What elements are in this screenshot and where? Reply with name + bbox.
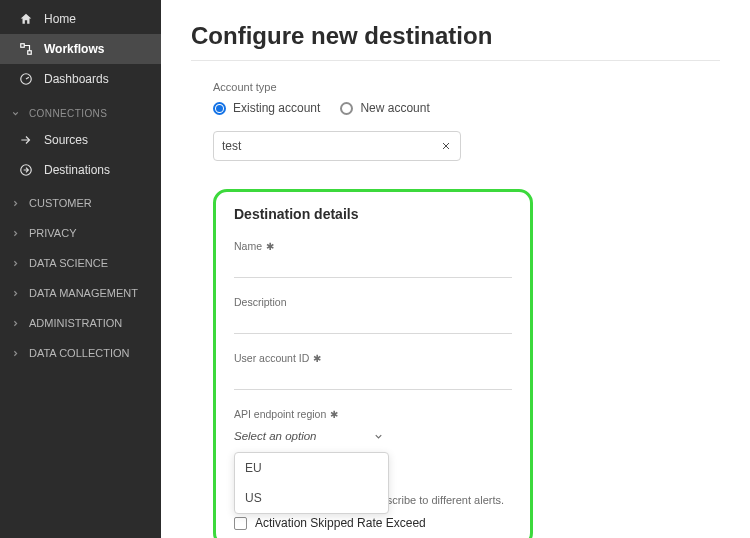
account-type-label: Account type [213, 81, 720, 93]
description-input[interactable] [234, 312, 512, 334]
account-search-input[interactable]: test [213, 131, 461, 161]
home-icon [18, 11, 34, 27]
select-placeholder: Select an option [234, 430, 316, 442]
name-input[interactable] [234, 256, 512, 278]
required-icon: ✱ [330, 409, 338, 420]
sidebar-section-customer[interactable]: CUSTOMER [0, 191, 161, 215]
chevron-right-icon [11, 259, 23, 268]
api-region-select[interactable]: Select an option [234, 424, 384, 448]
user-account-id-label: User account ID ✱ [234, 352, 512, 364]
sidebar-section-administration[interactable]: ADMINISTRATION [0, 311, 161, 335]
divider [191, 60, 720, 61]
radio-dot [340, 102, 353, 115]
sidebar-section-label: ADMINISTRATION [29, 317, 122, 329]
name-label: Name ✱ [234, 240, 512, 252]
api-region-dropdown: EU US [234, 452, 389, 514]
dropdown-option-us[interactable]: US [235, 483, 388, 513]
sidebar-item-label: Workflows [44, 42, 104, 56]
page-title: Configure new destination [191, 22, 720, 50]
sidebar-item-label: Dashboards [44, 72, 109, 86]
sidebar-section-label: DATA SCIENCE [29, 257, 108, 269]
destinations-icon [18, 162, 34, 178]
clear-icon[interactable] [440, 140, 452, 152]
search-value: test [222, 139, 241, 153]
svg-rect-1 [28, 51, 32, 55]
chevron-down-icon [11, 109, 23, 118]
chevron-down-icon [373, 431, 384, 442]
sidebar-item-home[interactable]: Home [0, 4, 161, 34]
chevron-right-icon [11, 349, 23, 358]
sidebar-section-data-management[interactable]: DATA MANAGEMENT [0, 281, 161, 305]
chevron-right-icon [11, 199, 23, 208]
chevron-right-icon [11, 229, 23, 238]
radio-label: New account [360, 101, 429, 115]
svg-rect-0 [21, 44, 25, 48]
sidebar-item-label: Home [44, 12, 76, 26]
sidebar-section-data-science[interactable]: DATA SCIENCE [0, 251, 161, 275]
dashboards-icon [18, 71, 34, 87]
sidebar-item-sources[interactable]: Sources [0, 125, 161, 155]
radio-existing-account[interactable]: Existing account [213, 101, 320, 115]
checkbox-label: Activation Skipped Rate Exceed [255, 516, 426, 530]
api-region-label: API endpoint region ✱ [234, 408, 512, 420]
sidebar-item-workflows[interactable]: Workflows [0, 34, 161, 64]
sidebar-section-label: DATA MANAGEMENT [29, 287, 138, 299]
required-icon: ✱ [313, 353, 321, 364]
chevron-right-icon [11, 319, 23, 328]
dropdown-option-eu[interactable]: EU [235, 453, 388, 483]
sidebar-section-data-collection[interactable]: DATA COLLECTION [0, 341, 161, 365]
account-type-radios: Existing account New account [213, 101, 720, 115]
sidebar-section-connections[interactable]: CONNECTIONS [0, 102, 161, 125]
sidebar-section-privacy[interactable]: PRIVACY [0, 221, 161, 245]
radio-new-account[interactable]: New account [340, 101, 429, 115]
radio-dot [213, 102, 226, 115]
sidebar-section-label: PRIVACY [29, 227, 76, 239]
user-account-id-input[interactable] [234, 368, 512, 390]
card-heading: Destination details [234, 206, 512, 222]
sidebar-item-destinations[interactable]: Destinations [0, 155, 161, 185]
required-icon: ✱ [266, 241, 274, 252]
sidebar-item-label: Destinations [44, 163, 110, 177]
checkbox-box [234, 517, 247, 530]
destination-details-card: Destination details Name ✱ Description U… [213, 189, 533, 538]
sidebar-section-label: CUSTOMER [29, 197, 92, 209]
radio-label: Existing account [233, 101, 320, 115]
sidebar-section-label: DATA COLLECTION [29, 347, 129, 359]
sources-icon [18, 132, 34, 148]
checkbox-activation-skipped[interactable]: Activation Skipped Rate Exceed [234, 516, 512, 530]
sidebar-item-dashboards[interactable]: Dashboards [0, 64, 161, 94]
main-content: Configure new destination Account type E… [161, 0, 750, 538]
sidebar-section-label: CONNECTIONS [29, 108, 107, 119]
chevron-right-icon [11, 289, 23, 298]
workflows-icon [18, 41, 34, 57]
description-label: Description [234, 296, 512, 308]
sidebar: Home Workflows Dashboards CONNECTIONS So… [0, 0, 161, 538]
sidebar-item-label: Sources [44, 133, 88, 147]
